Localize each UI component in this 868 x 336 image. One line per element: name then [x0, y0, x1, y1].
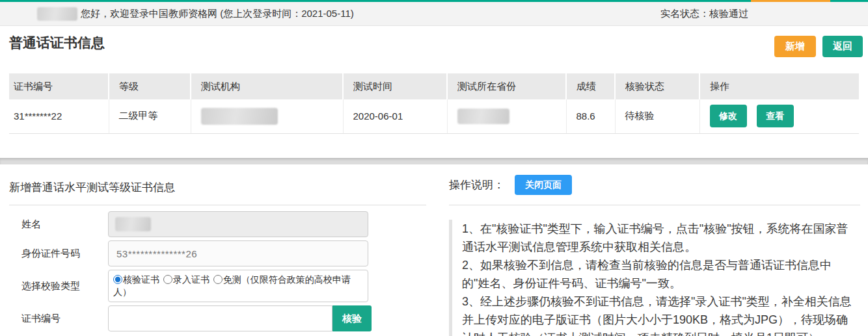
id-label: 身份证件号码: [9, 248, 108, 260]
col-province: 测试所在省份: [447, 73, 566, 99]
id-number-value: 53**************26: [116, 248, 197, 259]
cell-test-org: [191, 99, 343, 133]
instructions-header: 操作说明： 关闭页面: [449, 175, 860, 195]
cert-no-label: 证书编号: [9, 313, 108, 325]
name-row: 姓名: [9, 211, 426, 237]
radio-exempt-input[interactable]: [213, 275, 223, 284]
radio-verify-cert-input[interactable]: [113, 275, 122, 284]
cell-province: [447, 99, 566, 133]
name-field: [108, 211, 368, 237]
page-title: 普通话证书信息: [9, 34, 105, 52]
redacted-test-org: [201, 108, 278, 125]
radio-verify-cert[interactable]: 核验证书: [113, 274, 159, 285]
col-verify-status: 核验状态: [615, 73, 699, 99]
welcome-text: 您好，欢迎登录中国教师资格网 (您上次登录时间：2021-05-11): [81, 8, 354, 20]
instructions-text: 1、在"核验证书"类型下，输入证书编号，点击"核验"按钮，系统将在国家普通话水平…: [462, 220, 855, 336]
cert-number-input[interactable]: [108, 305, 332, 331]
radio-enter-cert-label: 录入证书: [173, 274, 210, 285]
verify-type-group: 核验证书 录入证书 免测（仅限符合政策的高校申请人）: [108, 270, 368, 302]
col-level: 等级: [109, 73, 191, 99]
instruction-item-1: 1、在"核验证书"类型下，输入证书编号，点击"核验"按钮，系统将在国家普通话水平…: [462, 220, 855, 256]
cell-operations: 修改 查看: [699, 99, 859, 133]
table-row: 31*******22 二级甲等 2020-06-01 88.6 待核验 修改 …: [9, 99, 859, 133]
col-score: 成绩: [566, 73, 615, 99]
id-number-row: 身份证件号码 53**************26: [9, 240, 426, 266]
verify-type-label: 选择校验类型: [9, 280, 108, 292]
form-title-rule: [9, 205, 426, 205]
redacted-name-value: [115, 217, 151, 231]
radio-enter-cert-input[interactable]: [163, 275, 172, 284]
cell-level: 二级甲等: [109, 99, 191, 133]
instruction-item-2: 2、如果核验不到信息，请检查当前核验的信息是否与普通话证书信息中的"姓名、身份证…: [462, 256, 855, 292]
radio-enter-cert[interactable]: 录入证书: [163, 274, 210, 285]
instructions-body: 1、在"核验证书"类型下，输入证书编号，点击"核验"按钮，系统将在国家普通话水平…: [449, 220, 860, 336]
top-accent-orange-segment: [751, 0, 830, 2]
instruction-item-3: 3、经上述步骤仍核验不到证书信息，请选择"录入证书"类型，补全相关信息并上传对应…: [462, 292, 855, 336]
instructions-title: 操作说明：: [449, 177, 504, 192]
radio-verify-cert-label: 核验证书: [123, 274, 159, 285]
table-header-row: 证书编号 等级 测试机构 测试时间 测试所在省份 成绩 核验状态 操作: [9, 73, 859, 99]
edit-button[interactable]: 修改: [710, 105, 747, 127]
add-certificate-form: 新增普通话水平测试等级证书信息 姓名 身份证件号码 53************…: [9, 164, 426, 331]
close-page-button[interactable]: 关闭页面: [515, 175, 572, 195]
certificate-table: 证书编号 等级 测试机构 测试时间 测试所在省份 成绩 核验状态 操作 31**…: [9, 73, 859, 134]
redacted-province: [457, 109, 509, 124]
realname-status: 实名状态：核验通过: [660, 8, 748, 20]
id-number-field: 53**************26: [108, 240, 368, 266]
form-title: 新增普通话水平测试等级证书信息: [9, 181, 426, 195]
top-accent-line: [0, 0, 868, 2]
cell-test-date: 2020-06-01: [343, 99, 447, 133]
view-button[interactable]: 查看: [757, 105, 794, 127]
col-test-org: 测试机构: [191, 73, 343, 99]
add-button[interactable]: 新增: [774, 36, 816, 57]
col-cert-no: 证书编号: [9, 73, 109, 99]
cell-verify-status: 待核验: [615, 99, 699, 133]
back-button[interactable]: 返回: [822, 36, 863, 57]
page: 您好，欢迎登录中国教师资格网 (您上次登录时间：2021-05-11) 实名状态…: [0, 0, 868, 336]
col-operations: 操作: [699, 73, 859, 99]
topbar: 您好，欢迎登录中国教师资格网 (您上次登录时间：2021-05-11) 实名状态…: [0, 2, 868, 26]
verify-button[interactable]: 核验: [332, 305, 372, 331]
cert-no-row: 证书编号 核验: [9, 305, 426, 331]
instructions-panel: 操作说明： 关闭页面 1、在"核验证书"类型下，输入证书编号，点击"核验"按钮，…: [449, 164, 860, 336]
name-label: 姓名: [9, 218, 108, 231]
redacted-username: [37, 7, 77, 21]
instructions-left-bar: [449, 220, 452, 336]
verify-type-row: 选择校验类型 核验证书 录入证书 免测（仅限符合政策的高校申请人）: [9, 270, 426, 302]
cell-cert-no: 31*******22: [9, 99, 109, 133]
cell-score: 88.6: [566, 99, 615, 133]
col-test-date: 测试时间: [343, 73, 447, 99]
instructions-rule: [449, 205, 860, 205]
